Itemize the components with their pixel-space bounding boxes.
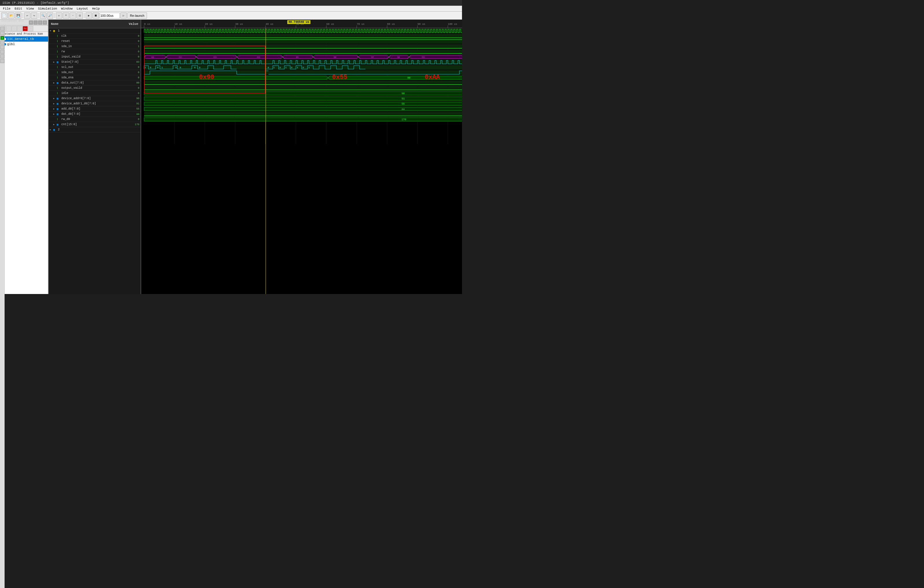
sig-row-state[interactable]: ▶ ▦ State[7:0] 03 [49, 59, 140, 65]
sig-val-reset: 0 [128, 40, 139, 43]
svg-text:02: 02 [179, 56, 182, 58]
wave-cnt: 176 0 [144, 117, 462, 122]
inst-tb-2[interactable]: ⬡ [6, 26, 11, 31]
svg-text:0: 0 [279, 66, 281, 69]
wave-idle [144, 86, 462, 91]
svg-text:55: 55 [401, 103, 405, 105]
menu-edit[interactable]: Edit [13, 7, 24, 11]
tb-new[interactable]: 📄 [1, 12, 8, 19]
sig-icon-2: ▦ [53, 128, 57, 132]
tb-find[interactable]: 🔍 [40, 12, 46, 19]
sig-row-sda-out[interactable]: ⌇ sda_out 0 [49, 70, 140, 75]
inst-label-glbl: glbl [7, 43, 15, 46]
wave-data-out: 00 [144, 76, 462, 80]
sig-row-reset[interactable]: ⌇ reset 0 [49, 39, 140, 44]
inst-tb-4[interactable]: ⬡ [17, 26, 22, 31]
sig-row-data-out[interactable]: ▶ ▦ data_out[7:0] 00 [49, 81, 140, 86]
toolbar: 📄 📂 💾 ↩ ↪ 🔍 🔎 ✛ + - ⊡ ▶ ⏹ ▷ Re-launch [0, 12, 462, 20]
sig-row-2[interactable]: ▶ ▦ 2 [49, 127, 140, 132]
tb-time-input[interactable] [99, 13, 120, 18]
sig-icon-reset: ⌇ [57, 40, 61, 43]
sig-row-sda-in[interactable]: ⌇ sda_in 1 [49, 44, 140, 49]
waveform-panel: Name Value ▼ ▦ 1 ⌇ clk 0 [49, 20, 462, 294]
tb-zoom-in[interactable]: + [63, 12, 69, 19]
relaunch-button[interactable]: Re-launch [127, 12, 147, 19]
sig-row-input-vaild[interactable]: ⌇ input_vaild 0 [49, 54, 140, 59]
side-icon-1[interactable]: ⊞ [0, 26, 4, 31]
inst-min-btn[interactable]: _ [33, 21, 38, 25]
side-icon-8[interactable]: ⊞ [0, 59, 4, 63]
sig-row-output-vaild[interactable]: ⌇ output_vaild 0 [49, 86, 140, 91]
waveform-canvas[interactable]: 01 02 03 04 [141, 28, 462, 294]
svg-text:0: 0 [303, 66, 304, 69]
tb-step[interactable]: ▷ [120, 12, 127, 19]
inst-tb-3[interactable]: ⬡ [12, 26, 17, 31]
tb-play[interactable]: ▶ [86, 12, 92, 19]
sig-row-cnt[interactable]: ▶ ▦ cnt[15:0] 176 [49, 122, 140, 127]
svg-text:08: 08 [397, 56, 400, 58]
sig-row-rw-d0[interactable]: ⌇ rw_d0 0 [49, 117, 140, 122]
sig-name-reset: reset [61, 40, 128, 43]
svg-text:60 us: 60 us [326, 23, 334, 26]
sig-icon-input-vaild: ⌇ [57, 55, 61, 59]
label-0x90: 0x90 [199, 74, 214, 81]
tb-open[interactable]: 📂 [8, 12, 15, 19]
sig-row-device-addr1[interactable]: ▶ ▦ device_addr1_d0[7:0] 91 [49, 101, 140, 106]
menu-file[interactable]: File [1, 7, 12, 11]
tb-zoom-out[interactable]: - [70, 12, 76, 19]
inst-close-btn[interactable]: ✕ [43, 21, 47, 25]
tb-save[interactable]: 💾 [15, 12, 21, 19]
sig-row-add-d0[interactable]: ▶ ▦ add_d0[7:0] 55 [49, 106, 140, 112]
sig-row-rw[interactable]: ⌇ rw 0 [49, 49, 140, 54]
side-icon-5[interactable]: ⊗ [0, 45, 4, 49]
signal-names: Name Value ▼ ▦ 1 ⌇ clk 0 [49, 20, 141, 294]
tb-redo[interactable]: ↪ [31, 12, 37, 19]
inst-max-btn[interactable]: □ [38, 21, 42, 25]
tb-undo[interactable]: ↩ [24, 12, 30, 19]
side-icon-2[interactable]: ▶ [0, 31, 4, 35]
inst-tb-fx[interactable]: Fx [23, 26, 28, 31]
wave-sda-in [144, 39, 462, 44]
sig-val-output-vaild: 0 [128, 87, 139, 90]
sig-row-sda-ena[interactable]: ⌇ sda_ena 0 [49, 75, 140, 81]
menu-view[interactable]: View [25, 7, 36, 11]
sig-row-clk[interactable]: ⌇ clk 0 [49, 33, 140, 39]
tb-cursor[interactable]: ✛ [56, 12, 62, 19]
inst-pin-btn[interactable]: ⊕ [29, 21, 33, 25]
label-0x55: 0x55 [332, 74, 347, 81]
svg-text:30 us: 30 us [235, 23, 243, 26]
sig-row-dat-d0[interactable]: ▶ ▦ dat_d0[7:0] aa [49, 112, 140, 117]
svg-text:1: 1 [162, 66, 163, 69]
sig-row-1[interactable]: ▼ ▦ 1 [49, 28, 140, 33]
sig-expand-state: ▶ [53, 61, 57, 63]
svg-text:0: 0 [150, 66, 151, 69]
inst-tb-expand[interactable]: » [28, 26, 33, 31]
menu-window[interactable]: Window [59, 7, 74, 11]
sig-row-scl-out[interactable]: ⌇ scl_out 0 [49, 65, 140, 70]
tb-stop[interactable]: ⏹ [92, 12, 99, 19]
instance-item-iic[interactable]: ▶ IIC_General_tb [0, 36, 48, 42]
side-icon-6[interactable]: ↑ [0, 50, 4, 54]
menu-simulation[interactable]: Simulation [36, 7, 59, 11]
menu-layout[interactable]: Layout [75, 7, 90, 11]
side-icon-4[interactable]: ⊕ [0, 41, 4, 44]
sig-icon-add-d0: ▦ [57, 107, 61, 111]
sig-name-add-d0: add_d0[7:0] [61, 107, 128, 110]
sig-row-device-addr0[interactable]: ▶ ▦ device_addr0[7:0] 90 [49, 96, 140, 101]
instances-toolbar: ⬡ ⬡ ⬡ ⬡ Fx » [0, 25, 48, 32]
wave-add-d0: 55 [144, 102, 462, 106]
menu-help[interactable]: Help [90, 7, 101, 11]
side-icon-7[interactable]: ↓ [0, 54, 4, 58]
sig-icon-output-vaild: ⌇ [57, 86, 61, 90]
sig-row-idle[interactable]: ⌇ idle 0 [49, 91, 140, 96]
instance-item-glbl[interactable]: ▶ glbl [0, 42, 48, 47]
sig-val-input-vaild: 0 [128, 56, 139, 58]
svg-marker-98 [144, 102, 462, 105]
tb-zoom-fit[interactable]: ⊡ [77, 12, 83, 19]
tb-zoom[interactable]: 🔎 [47, 12, 53, 19]
side-icon-3[interactable]: ● [0, 36, 4, 40]
sig-name-device-addr0: device_addr0[7:0] [61, 97, 128, 100]
instances-header: Instances and ... ⊕ _ □ ✕ [0, 20, 48, 25]
sig-expand-device-addr1: ▶ [53, 102, 57, 105]
sig-name-clk: clk [61, 35, 128, 38]
